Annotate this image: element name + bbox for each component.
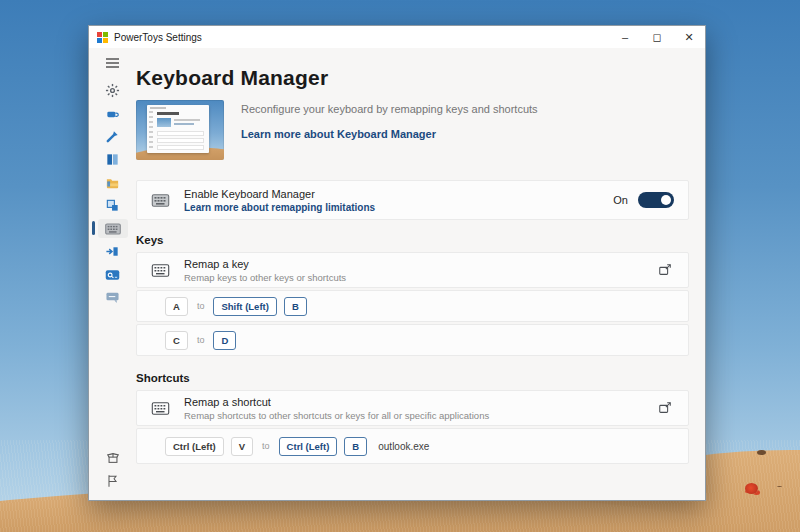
desktop-wallpaper: PowerToys Settings – ◻ ✕ [0, 0, 800, 532]
close-button[interactable]: ✕ [673, 26, 705, 48]
page-title: Keyboard Manager [136, 66, 689, 90]
minimize-button[interactable]: – [609, 26, 641, 48]
resize-squares-icon [105, 198, 120, 213]
sidebar-item-image-resizer[interactable] [98, 196, 128, 215]
sidebar-item-color-picker[interactable] [98, 127, 128, 146]
source-key-chip: Ctrl (Left) [165, 437, 224, 456]
sidebar-item-power-rename[interactable] [98, 242, 128, 261]
remap-shortcut-launch-button[interactable] [656, 399, 674, 417]
source-key-chip: A [165, 297, 188, 316]
launch-icon [658, 263, 672, 277]
title-bar[interactable]: PowerToys Settings – ◻ ✕ [89, 26, 705, 48]
target-app-label: outlook.exe [378, 441, 429, 452]
enable-keyboard-manager-card: Enable Keyboard Manager Learn more about… [136, 180, 689, 220]
sidebar-item-file-explorer[interactable] [98, 173, 128, 192]
keyboard-icon [151, 402, 170, 415]
gear-icon [105, 83, 120, 98]
run-launcher-icon [105, 269, 120, 281]
open-box-icon [106, 451, 120, 465]
sidebar-item-powertoys-run[interactable] [98, 265, 128, 284]
tooltip-bubble-icon [105, 291, 120, 304]
remap-key-subtitle: Remap keys to other keys or shortcuts [184, 272, 346, 283]
target-key-chip: B [344, 437, 367, 456]
mapping-row: CtoD [136, 324, 689, 356]
target-key-chip: Ctrl (Left) [279, 437, 338, 456]
remap-key-title: Remap a key [184, 258, 346, 270]
wallpaper-flower [745, 483, 758, 494]
key-mapping-rows: AtoShift (Left)BCtoD [136, 290, 689, 356]
wallpaper-speck [757, 450, 766, 455]
launch-icon [658, 401, 672, 415]
mapping-row: AtoShift (Left)B [136, 290, 689, 322]
remap-shortcut-subtitle: Remap shortcuts to other shortcuts or ke… [184, 410, 489, 421]
sidebar-item-welcome[interactable] [98, 448, 128, 467]
keyboard-icon [151, 264, 170, 277]
keyboard-icon [151, 194, 170, 207]
target-key-chip: Shift (Left) [213, 297, 277, 316]
remap-a-shortcut-card: Remap a shortcut Remap shortcuts to othe… [136, 390, 689, 426]
module-preview-image [136, 100, 224, 160]
source-key-chip: V [231, 437, 253, 456]
maximize-button[interactable]: ◻ [641, 26, 673, 48]
coffee-cup-icon [105, 106, 120, 121]
source-key-chip: C [165, 331, 188, 350]
powertoys-app-icon [97, 32, 108, 43]
sidebar-item-keyboard-manager[interactable] [98, 219, 128, 238]
sidebar-item-shortcut-guide[interactable] [98, 288, 128, 307]
sidebar-item-feedback[interactable] [98, 471, 128, 490]
sidebar-item-fancyzones[interactable] [98, 150, 128, 169]
remapping-limitations-link[interactable]: Learn more about remapping limitations [184, 202, 375, 213]
enable-toggle[interactable] [638, 192, 674, 208]
to-label: to [197, 301, 205, 311]
flag-icon [106, 474, 119, 488]
toggle-state-label: On [613, 194, 628, 206]
module-overview: Reconfigure your keyboard by remapping k… [136, 100, 689, 160]
learn-more-link[interactable]: Learn more about Keyboard Manager [241, 128, 436, 140]
shortcuts-section-header: Shortcuts [136, 372, 689, 384]
keys-section-header: Keys [136, 234, 689, 246]
window-title: PowerToys Settings [114, 32, 202, 43]
eyedropper-icon [105, 129, 120, 144]
target-key-chip: D [213, 331, 236, 350]
keyboard-icon [105, 223, 121, 235]
shortcut-mapping-rows: Ctrl (Left)VtoCtrl (Left)Boutlook.exe [136, 428, 689, 464]
main-content: Keyboard Manager Reconfigure your keyboa… [136, 48, 705, 500]
module-description: Reconfigure your keyboard by remapping k… [241, 103, 538, 115]
remap-a-key-card: Remap a key Remap keys to other keys or … [136, 252, 689, 288]
window-layout-icon [105, 152, 120, 167]
enable-toggle-label: Enable Keyboard Manager [184, 188, 375, 200]
to-label: to [197, 335, 205, 345]
rename-arrow-icon [105, 244, 120, 259]
folder-icon [105, 175, 120, 190]
powertoys-settings-window: PowerToys Settings – ◻ ✕ [88, 25, 706, 501]
target-key-chip: B [284, 297, 307, 316]
mapping-row: Ctrl (Left)VtoCtrl (Left)Boutlook.exe [136, 428, 689, 464]
sidebar [89, 48, 136, 500]
remap-key-launch-button[interactable] [656, 261, 674, 279]
sidebar-item-general-settings[interactable] [98, 81, 128, 100]
hamburger-menu-icon[interactable] [98, 53, 128, 72]
remap-shortcut-title: Remap a shortcut [184, 396, 489, 408]
sidebar-item-awake[interactable] [98, 104, 128, 123]
to-label: to [262, 441, 270, 451]
